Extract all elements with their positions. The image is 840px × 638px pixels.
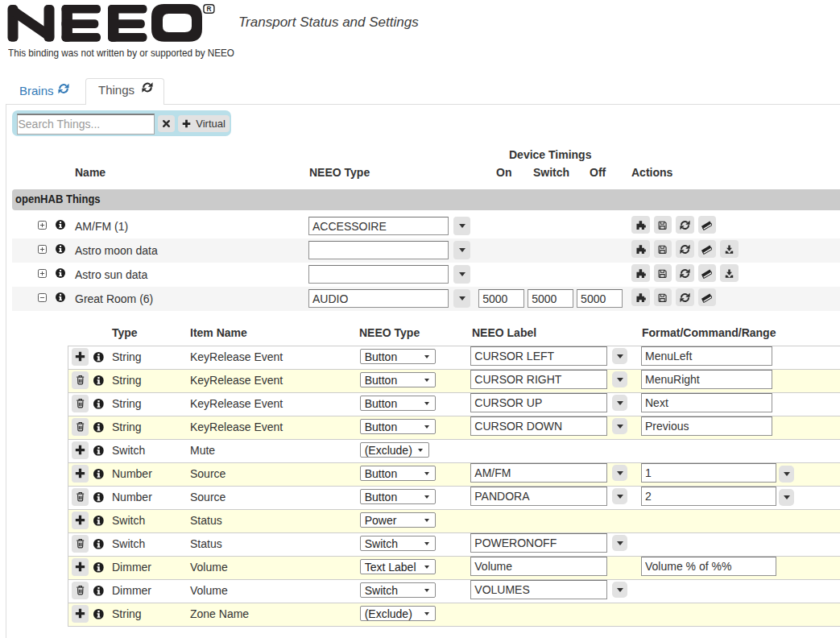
svg-text:R: R xyxy=(206,6,211,13)
